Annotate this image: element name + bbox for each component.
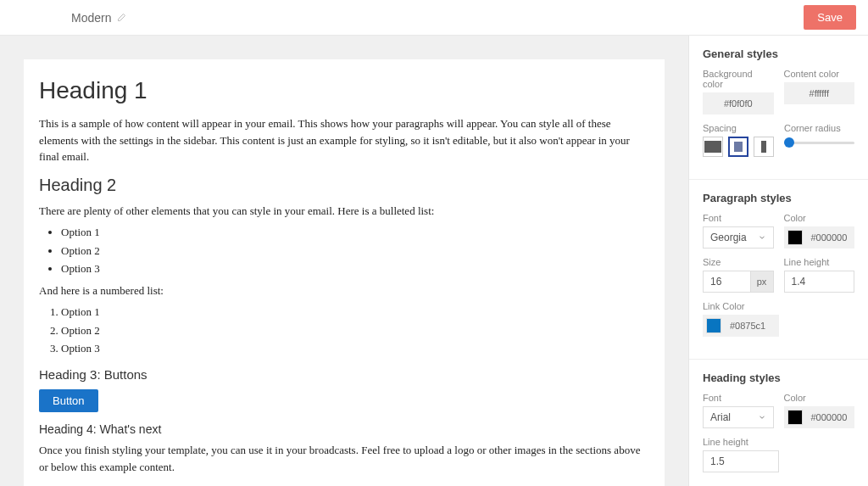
color-swatch bbox=[706, 318, 721, 333]
heading-lineheight-input[interactable]: 1.5 bbox=[703, 450, 779, 472]
spacing-option-none[interactable] bbox=[703, 137, 723, 157]
paragraph-color-input[interactable]: #000000 bbox=[784, 226, 855, 249]
chevron-down-icon bbox=[758, 233, 766, 242]
list-item: Option 1 bbox=[61, 304, 649, 321]
section-title: Paragraph styles bbox=[703, 192, 854, 204]
preview-paragraph-3: And here is a numbered list: bbox=[39, 282, 649, 299]
link-color-label: Link Color bbox=[703, 301, 779, 311]
link-color-input[interactable]: #0875c1 bbox=[703, 315, 779, 337]
link-color-value: #0875c1 bbox=[725, 321, 779, 331]
heading-lineheight-label: Line height bbox=[703, 437, 779, 447]
preview-numbered-list: Option 1 Option 2 Option 3 bbox=[61, 304, 649, 357]
preview-heading-2: Heading 2 bbox=[39, 172, 649, 198]
spacing-options bbox=[703, 137, 774, 157]
background-color-label: Background color bbox=[703, 69, 774, 89]
background-color-input[interactable]: #f0f0f0 bbox=[703, 92, 774, 115]
heading-color-input[interactable]: #000000 bbox=[784, 406, 855, 428]
chevron-down-icon bbox=[758, 413, 766, 422]
paragraph-font-select[interactable]: Georgia bbox=[703, 226, 774, 249]
template-title-wrap: Modern bbox=[71, 11, 126, 25]
edit-icon[interactable] bbox=[116, 13, 126, 23]
paragraph-color-label: Color bbox=[784, 213, 855, 223]
corner-radius-slider[interactable] bbox=[784, 137, 854, 144]
heading-color-value: #000000 bbox=[806, 412, 855, 422]
list-item: Option 2 bbox=[61, 322, 649, 339]
paragraph-font-value: Georgia bbox=[710, 232, 747, 243]
paragraph-size-label: Size bbox=[703, 257, 774, 267]
color-swatch bbox=[787, 230, 803, 245]
content-color-label: Content color bbox=[784, 69, 855, 79]
preview-background: Heading 1 This is a sample of how conten… bbox=[12, 47, 676, 486]
list-item: Option 1 bbox=[61, 224, 649, 241]
heading-lineheight-value: 1.5 bbox=[710, 455, 725, 467]
heading-font-value: Arial bbox=[710, 411, 731, 423]
color-swatch bbox=[787, 410, 803, 425]
heading-font-select[interactable]: Arial bbox=[703, 406, 774, 428]
example-button: Button bbox=[39, 389, 98, 412]
background-color-value: #f0f0f0 bbox=[703, 98, 774, 109]
section-general-styles: General styles Background color #f0f0f0 … bbox=[689, 36, 868, 180]
section-title: General styles bbox=[703, 47, 854, 60]
paragraph-lineheight-input[interactable]: 1.4 bbox=[784, 271, 855, 293]
list-item: Option 3 bbox=[61, 340, 649, 357]
paragraph-size-input[interactable]: 16 px bbox=[703, 271, 774, 293]
preview-paragraph-2: There are plenty of other elements that … bbox=[39, 203, 649, 220]
corner-radius-label: Corner radius bbox=[784, 123, 854, 133]
preview-content: Heading 1 This is a sample of how conten… bbox=[24, 59, 665, 486]
preview-bulleted-list: Option 1 Option 2 Option 3 bbox=[61, 224, 649, 277]
list-item: Option 2 bbox=[61, 243, 649, 260]
preview-paragraph-1: This is a sample of how content will app… bbox=[39, 115, 649, 165]
content-color-value: #ffffff bbox=[784, 88, 855, 98]
spacing-option-normal[interactable] bbox=[728, 137, 748, 157]
paragraph-size-unit: px bbox=[750, 271, 774, 293]
paragraph-lineheight-label: Line height bbox=[784, 257, 855, 267]
preview-paragraph-4: Once you finish styling your template, y… bbox=[39, 442, 649, 475]
paragraph-size-value: 16 bbox=[703, 271, 750, 293]
preview-column: Heading 1 This is a sample of how conten… bbox=[0, 36, 688, 486]
preview-heading-4: Heading 4: What's next bbox=[39, 421, 649, 439]
preview-heading-1: Heading 1 bbox=[39, 73, 649, 109]
preview-heading-3: Heading 3: Buttons bbox=[39, 366, 649, 385]
paragraph-lineheight-value: 1.4 bbox=[792, 276, 806, 288]
topbar: Modern Save bbox=[0, 0, 868, 36]
paragraph-color-value: #000000 bbox=[806, 232, 855, 243]
heading-font-label: Font bbox=[703, 393, 774, 403]
section-paragraph-styles: Paragraph styles Font Georgia Color bbox=[689, 180, 868, 360]
template-title: Modern bbox=[71, 11, 111, 25]
save-button[interactable]: Save bbox=[804, 5, 856, 30]
section-heading-styles: Heading styles Font Arial Color #00 bbox=[689, 360, 868, 486]
spacing-label: Spacing bbox=[703, 123, 774, 133]
sidebar: General styles Background color #f0f0f0 … bbox=[688, 36, 868, 486]
heading-color-label: Color bbox=[784, 393, 855, 403]
content-color-input[interactable]: #ffffff bbox=[784, 82, 855, 104]
main: Heading 1 This is a sample of how conten… bbox=[0, 36, 868, 486]
spacing-option-wide[interactable] bbox=[754, 137, 774, 157]
list-item: Option 3 bbox=[61, 260, 649, 277]
section-title: Heading styles bbox=[703, 371, 854, 384]
paragraph-font-label: Font bbox=[703, 213, 774, 223]
